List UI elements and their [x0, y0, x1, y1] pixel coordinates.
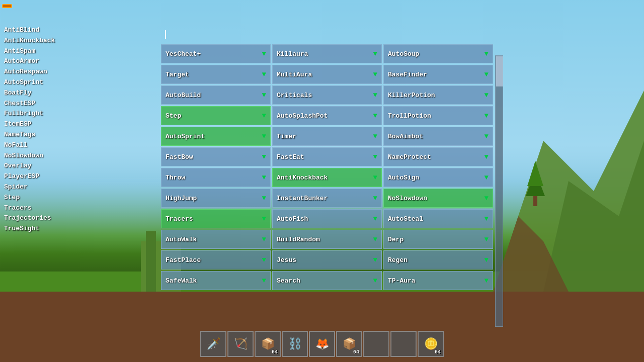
cheat-btn-antiknockback[interactable]: AntiKnockback▼: [272, 168, 382, 187]
sidebar-item-autorespawn[interactable]: AutoRespawn: [4, 67, 87, 77]
cheat-btn-autosign[interactable]: AutoSign▼: [383, 168, 493, 187]
sidebar-item-antispam[interactable]: AntiSpam: [4, 46, 87, 57]
scrollbar[interactable]: [495, 55, 503, 327]
hotbar: 🗡️🏹📦64⛓️🦊📦64🪙64: [200, 331, 444, 357]
chevron-down-icon: ▼: [262, 194, 266, 202]
chevron-down-icon: ▼: [485, 112, 489, 120]
chevron-down-icon: ▼: [485, 132, 489, 140]
cheat-btn-autosplashpot[interactable]: AutoSplashPot▼: [272, 106, 382, 125]
cheat-btn-autosteal[interactable]: AutoSteal▼: [383, 209, 493, 228]
sidebar-item-antiblind[interactable]: AntiBlind: [4, 25, 87, 36]
hotbar-slot-4[interactable]: 🦊: [309, 331, 335, 357]
cheat-btn-label: Killaura: [277, 50, 308, 58]
cheat-btn-fastbow[interactable]: FastBow▼: [161, 147, 271, 166]
sidebar-item-autosprint[interactable]: AutoSprint: [4, 77, 87, 88]
chevron-down-icon: ▼: [262, 91, 266, 99]
cheat-btn-fastplace[interactable]: FastPlace▼: [161, 250, 271, 269]
chevron-down-icon: ▼: [373, 194, 377, 202]
chevron-down-icon: ▼: [373, 153, 377, 161]
chevron-down-icon: ▼: [262, 173, 266, 182]
cheat-btn-trollpotion[interactable]: TrollPotion▼: [383, 106, 493, 125]
cheat-btn-multiaura[interactable]: MultiAura▼: [272, 65, 382, 84]
sidebar-item-nametags[interactable]: NameTags: [4, 130, 87, 140]
chevron-down-icon: ▼: [262, 277, 266, 285]
cheat-btn-nameprotect[interactable]: NameProtect▼: [383, 147, 493, 166]
cheat-btn-label: AutoSteal: [388, 215, 423, 223]
cheat-btn-jesus[interactable]: Jesus▼: [272, 250, 382, 269]
cheat-btn-killaura[interactable]: Killaura▼: [272, 44, 382, 63]
cheat-btn-label: AutoSoup: [388, 50, 419, 58]
cheat-btn-fasteat[interactable]: FastEat▼: [272, 147, 382, 166]
hotbar-slot-5[interactable]: 📦64: [336, 331, 362, 357]
cheat-btn-label: Throw: [166, 174, 185, 182]
sidebar-item-step[interactable]: Step: [4, 193, 87, 203]
sidebar-item-itemesp[interactable]: ItemESP: [4, 119, 87, 130]
cheat-btn-autowalk[interactable]: AutoWalk▼: [161, 230, 271, 249]
cheat-btn-safewalk[interactable]: SafeWalk▼: [161, 271, 271, 290]
chevron-down-icon: ▼: [373, 70, 377, 78]
cheat-btn-target[interactable]: Target▼: [161, 65, 271, 84]
sidebar-item-nofall[interactable]: NoFall: [4, 140, 87, 151]
sidebar-item-tracers[interactable]: Tracers: [4, 203, 87, 214]
cheat-btn-noslowdown[interactable]: NoSlowdown▼: [383, 189, 493, 208]
hotbar-slot-1[interactable]: 🏹: [227, 331, 254, 357]
cheat-btn-label: BaseFinder: [388, 71, 427, 78]
sidebar-item-truesight[interactable]: TrueSight: [4, 224, 87, 234]
cheat-btn-buildrandom[interactable]: BuildRandom▼: [272, 230, 382, 249]
cheat-btn-label: AutoSign: [388, 174, 419, 182]
hotbar-slot-6[interactable]: [363, 331, 389, 357]
cheat-btn-label: Search: [277, 277, 300, 285]
chevron-down-icon: ▼: [262, 215, 266, 223]
cheat-btn-derp[interactable]: Derp▼: [383, 230, 493, 249]
sidebar-item-playeresp[interactable]: PlayerESP: [4, 171, 87, 182]
cheat-btn-regen[interactable]: Regen▼: [383, 250, 493, 269]
hotbar-slot-7[interactable]: [390, 331, 417, 357]
scrollbar-thumb[interactable]: [496, 56, 503, 86]
cheat-btn-yescheat-[interactable]: YesCheat+▼: [161, 44, 271, 63]
cheat-btn-autosprint[interactable]: AutoSprint▼: [161, 127, 271, 146]
cheat-btn-instantbunker[interactable]: InstantBunker▼: [272, 189, 382, 208]
cheat-btn-label: Derp: [388, 236, 404, 243]
cheat-btn-autofish[interactable]: AutoFish▼: [272, 209, 382, 228]
cheat-btn-killerpotion[interactable]: KillerPotion▼: [383, 85, 493, 105]
sidebar-item-spider[interactable]: Spider: [4, 182, 87, 193]
cheat-btn-step[interactable]: Step▼: [161, 106, 271, 125]
cheat-btn-tp-aura[interactable]: TP-Aura▼: [383, 271, 493, 290]
hotbar-slot-3[interactable]: ⛓️: [282, 331, 308, 357]
cheat-btn-basefinder[interactable]: BaseFinder▼: [383, 65, 493, 84]
sidebar-item-trajectories[interactable]: Trajectories: [4, 213, 87, 224]
cheat-btn-search[interactable]: Search▼: [272, 271, 382, 290]
cheat-btn-label: TrollPotion: [388, 112, 431, 120]
cheat-btn-label: NoSlowdown: [388, 195, 427, 202]
cheat-btn-label: AutoSplashPot: [277, 112, 328, 120]
sidebar-item-fullbright[interactable]: Fullbright: [4, 109, 87, 119]
cheat-btn-highjump[interactable]: HighJump▼: [161, 189, 271, 208]
cheat-btn-label: BowAimbot: [388, 133, 423, 140]
cheat-btn-autosoup[interactable]: AutoSoup▼: [383, 44, 493, 63]
chevron-down-icon: ▼: [485, 153, 489, 161]
sidebar-item-chestesp[interactable]: ChestESP: [4, 99, 87, 109]
hotbar-item-icon: 📦: [261, 337, 275, 351]
cheat-btn-bowaimbot[interactable]: BowAimbot▼: [383, 127, 493, 146]
logo-box: [2, 4, 12, 8]
hotbar-slot-8[interactable]: 🪙64: [418, 331, 444, 357]
cheat-btn-throw[interactable]: Throw▼: [161, 168, 271, 187]
cheat-btn-autobuild[interactable]: AutoBuild▼: [161, 85, 271, 105]
sidebar-item-autoarmor[interactable]: AutoArmor: [4, 56, 87, 67]
sidebar-item-boatfly[interactable]: BoatFly: [4, 88, 87, 99]
cheat-btn-label: Step: [166, 112, 181, 120]
sidebar-item-noslowdown[interactable]: NoSlowdown: [4, 151, 87, 161]
chevron-down-icon: ▼: [373, 235, 377, 243]
hotbar-slot-0[interactable]: 🗡️: [200, 331, 226, 357]
cheat-btn-label: MultiAura: [277, 71, 312, 78]
chevron-down-icon: ▼: [485, 91, 489, 99]
chevron-down-icon: ▼: [485, 215, 489, 223]
sidebar-item-overlay[interactable]: Overlay: [4, 161, 87, 171]
sidebar-item-antiknockback[interactable]: AntiKnockback: [4, 36, 87, 46]
chevron-down-icon: ▼: [485, 194, 489, 202]
cheat-btn-timer[interactable]: Timer▼: [272, 127, 382, 146]
cheat-btn-tracers[interactable]: Tracers▼: [161, 209, 271, 228]
cheat-btn-label: AutoBuild: [166, 92, 201, 99]
hotbar-slot-2[interactable]: 📦64: [255, 331, 281, 357]
cheat-btn-criticals[interactable]: Criticals▼: [272, 85, 382, 105]
